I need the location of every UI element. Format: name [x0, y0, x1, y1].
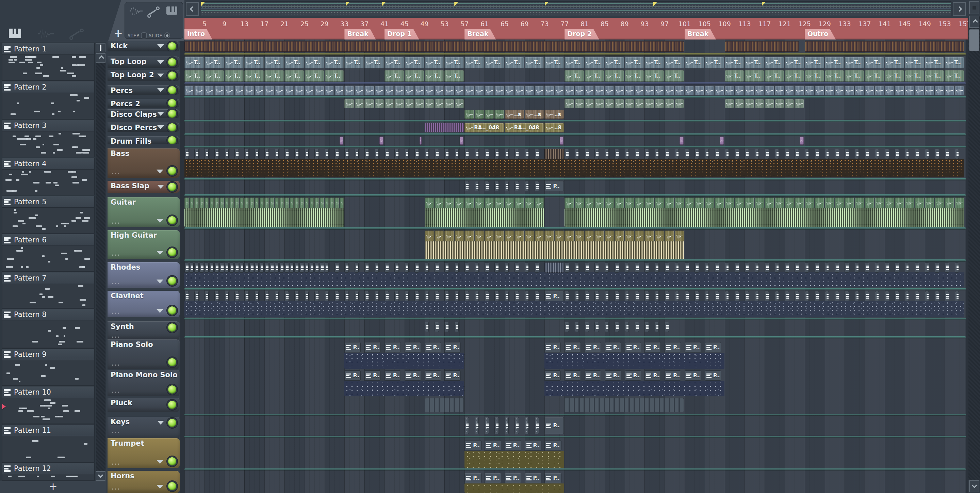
audio-clip[interactable] — [205, 86, 214, 95]
pattern-clip[interactable] — [955, 291, 959, 301]
audio-clip[interactable]: T.. — [205, 57, 224, 69]
pattern-clip[interactable] — [485, 263, 489, 273]
pattern-clip[interactable] — [224, 263, 229, 273]
pattern-preview[interactable] — [2, 284, 95, 308]
audio-clip[interactable] — [504, 86, 514, 95]
audio-clip[interactable] — [364, 99, 374, 108]
pattern-clip[interactable] — [229, 263, 234, 273]
step-checkbox[interactable] — [141, 32, 147, 38]
audio-clip[interactable] — [665, 198, 674, 208]
audio-clip[interactable] — [475, 86, 484, 95]
track-header-guitar[interactable]: Guitar... — [108, 197, 180, 227]
timeline-ruler[interactable]: 5913172125293337414549535761656973778185… — [185, 18, 968, 40]
audio-clip[interactable] — [404, 99, 414, 108]
audio-clip[interactable] — [565, 198, 574, 208]
audio-clip[interactable] — [305, 198, 309, 208]
audio-clip[interactable] — [434, 198, 444, 208]
pattern-clip[interactable] — [215, 263, 219, 273]
audio-clip[interactable] — [305, 86, 314, 95]
audio-clip[interactable]: T.. — [264, 70, 284, 82]
audio-clip[interactable] — [605, 86, 614, 95]
chevron-down-icon[interactable] — [157, 125, 164, 129]
audio-clip[interactable]: T.. — [285, 57, 304, 69]
audio-clip[interactable] — [625, 198, 634, 208]
pattern-clip[interactable] — [625, 291, 629, 301]
scrollbar-corner-button[interactable] — [969, 2, 979, 14]
pattern-clip[interactable] — [255, 263, 259, 273]
audio-clip[interactable]: T.. — [765, 57, 784, 69]
pattern-clip[interactable] — [259, 263, 264, 273]
pattern-clip[interactable] — [595, 149, 599, 159]
pattern-clip[interactable] — [955, 263, 959, 273]
pattern-clip[interactable] — [275, 263, 279, 273]
audio-clip[interactable]: T.. — [344, 57, 364, 69]
pattern-clip[interactable] — [434, 322, 439, 332]
audio-clip[interactable] — [425, 86, 434, 95]
pattern-clip[interactable] — [425, 291, 429, 301]
pattern-clip[interactable] — [404, 149, 409, 159]
pattern-clip[interactable] — [485, 291, 489, 301]
pattern-clip[interactable] — [364, 149, 369, 159]
pattern-clip[interactable] — [865, 263, 869, 273]
audio-clip[interactable] — [725, 41, 799, 52]
audio-clip[interactable] — [955, 86, 964, 95]
waveform-icon[interactable] — [130, 6, 143, 15]
pattern-preview[interactable] — [2, 321, 95, 348]
pattern-item[interactable]: Pattern 6 — [2, 234, 95, 272]
pattern-clip[interactable] — [825, 149, 829, 159]
audio-clip[interactable] — [585, 86, 594, 95]
track-header-trumpet[interactable]: Trumpet... — [108, 438, 180, 468]
audio-clip[interactable]: T.. — [285, 70, 304, 82]
audio-clip[interactable] — [535, 86, 544, 95]
pattern-clip[interactable] — [935, 263, 939, 273]
pattern-clip[interactable] — [935, 291, 939, 301]
chevron-down-icon[interactable] — [156, 460, 163, 464]
audio-clip[interactable] — [635, 198, 644, 208]
pattern-clip[interactable] — [805, 263, 809, 273]
pattern-clip[interactable] — [475, 263, 479, 273]
pattern-clip[interactable] — [425, 322, 429, 332]
audio-clip[interactable]: T.. — [785, 70, 804, 82]
pattern-clip[interactable] — [614, 149, 619, 159]
drum-fill-clip[interactable] — [379, 137, 383, 145]
pattern-clip[interactable] — [535, 149, 539, 159]
pattern-clip[interactable] — [785, 291, 789, 301]
pattern-clip[interactable] — [275, 291, 279, 301]
pattern-clip[interactable] — [364, 291, 369, 301]
pattern-preview[interactable] — [2, 246, 95, 272]
pattern-title[interactable]: Pattern 10 — [2, 386, 95, 398]
audio-clip[interactable] — [805, 198, 814, 208]
pattern-clip[interactable] — [325, 263, 329, 273]
audio-clip[interactable]: T.. — [185, 70, 204, 82]
pattern-clip[interactable] — [275, 149, 279, 159]
audio-clip[interactable] — [614, 230, 624, 241]
pattern-clip[interactable] — [290, 263, 294, 273]
audio-clip[interactable] — [495, 110, 504, 119]
pattern-clip[interactable]: P.. — [344, 342, 361, 353]
track-menu-dots[interactable]: ... — [111, 428, 120, 434]
pattern-clip[interactable] — [885, 291, 889, 301]
pattern-title[interactable]: Pattern 8 — [2, 308, 95, 321]
pattern-clip[interactable] — [905, 263, 909, 273]
pattern-clip[interactable] — [695, 263, 699, 273]
audio-clip[interactable]: T.. — [885, 70, 904, 82]
audio-clip[interactable] — [905, 198, 914, 208]
audio-clip[interactable] — [945, 198, 954, 208]
audio-clip[interactable] — [385, 86, 394, 95]
audio-clip[interactable]: T.. — [665, 70, 684, 82]
audio-clip[interactable]: T.. — [404, 57, 424, 69]
audio-clip[interactable] — [275, 86, 284, 95]
audio-clip[interactable]: ..s — [525, 110, 544, 119]
audio-clip[interactable] — [565, 86, 574, 95]
audio-clip[interactable] — [695, 198, 704, 208]
audio-clip[interactable] — [385, 99, 394, 108]
audio-clip[interactable] — [310, 198, 314, 208]
audio-clip[interactable] — [475, 198, 484, 208]
audio-clip[interactable] — [795, 198, 804, 208]
track-header-clavinet[interactable]: Clavinet... — [108, 291, 180, 317]
track-enable-led[interactable] — [168, 110, 176, 118]
pattern-clip[interactable] — [665, 149, 669, 159]
audio-clip[interactable]: T.. — [925, 57, 944, 69]
pattern-clip[interactable] — [244, 149, 249, 159]
pattern-item[interactable]: Pattern 4 — [2, 158, 95, 195]
